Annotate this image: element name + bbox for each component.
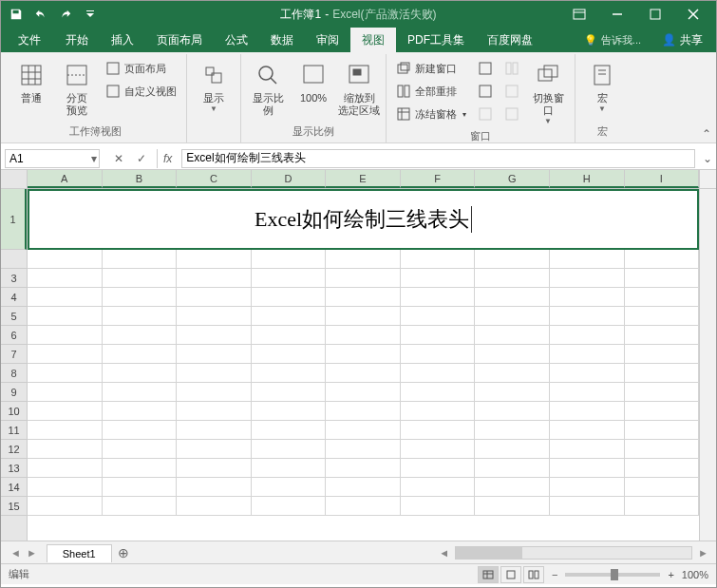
cell[interactable] xyxy=(103,421,178,440)
cell[interactable] xyxy=(326,250,401,269)
cell[interactable] xyxy=(28,364,103,383)
insert-function-button[interactable]: fx xyxy=(158,152,178,165)
undo-button[interactable] xyxy=(29,4,52,25)
cell[interactable] xyxy=(252,326,327,345)
split-button[interactable] xyxy=(474,58,497,79)
page-break-preview-button[interactable]: 分页 预览 xyxy=(56,58,98,119)
tab-page-layout[interactable]: 页面布局 xyxy=(145,28,214,52)
ribbon-display-options[interactable] xyxy=(560,1,598,28)
cell[interactable] xyxy=(401,269,476,288)
cell[interactable] xyxy=(401,307,476,326)
cell[interactable] xyxy=(401,345,476,364)
cell[interactable] xyxy=(625,345,700,364)
column-header-b[interactable]: B xyxy=(103,170,178,188)
normal-view-button[interactable]: 普通 xyxy=(10,58,52,106)
normal-view-status-button[interactable] xyxy=(478,566,499,583)
column-header-c[interactable]: C xyxy=(177,170,252,188)
cell[interactable] xyxy=(550,402,625,421)
cell[interactable] xyxy=(475,459,550,478)
page-layout-status-button[interactable] xyxy=(500,566,521,583)
cell[interactable] xyxy=(401,421,476,440)
cell[interactable] xyxy=(252,497,327,516)
cell[interactable] xyxy=(401,459,476,478)
cell[interactable] xyxy=(326,326,401,345)
cell[interactable] xyxy=(401,383,476,402)
cell[interactable] xyxy=(252,383,327,402)
cell[interactable] xyxy=(28,288,103,307)
cell[interactable] xyxy=(401,478,476,497)
confirm-edit-button[interactable]: ✓ xyxy=(134,152,149,165)
cell[interactable] xyxy=(475,307,550,326)
qat-customize-dropdown[interactable] xyxy=(79,4,102,25)
row-header-6[interactable]: 6 xyxy=(1,326,27,345)
cell[interactable] xyxy=(625,288,700,307)
cell[interactable] xyxy=(326,402,401,421)
row-header-blank[interactable] xyxy=(1,250,27,269)
row-header-5[interactable]: 5 xyxy=(1,307,27,326)
cell[interactable] xyxy=(475,383,550,402)
cancel-edit-button[interactable]: ✕ xyxy=(111,152,126,165)
zoom-out-button[interactable]: − xyxy=(552,569,557,580)
cell[interactable] xyxy=(550,497,625,516)
row-header-12[interactable]: 12 xyxy=(1,440,27,459)
formula-input[interactable]: Excel如何绘制三线表头 xyxy=(181,149,695,168)
cell[interactable] xyxy=(326,364,401,383)
cell[interactable] xyxy=(625,402,700,421)
switch-windows-button[interactable]: 切换窗口 ▼ xyxy=(527,58,569,127)
cell[interactable] xyxy=(401,250,476,269)
cell[interactable] xyxy=(103,478,178,497)
cell[interactable] xyxy=(28,326,103,345)
sync-scroll-button[interactable] xyxy=(500,81,523,102)
cell[interactable] xyxy=(103,269,178,288)
cell[interactable] xyxy=(326,440,401,459)
cell[interactable] xyxy=(326,383,401,402)
cell[interactable] xyxy=(550,250,625,269)
view-side-by-side-button[interactable] xyxy=(500,58,523,79)
column-header-e[interactable]: E xyxy=(326,170,401,188)
cell[interactable] xyxy=(28,345,103,364)
cell[interactable] xyxy=(28,478,103,497)
vertical-scrollbar[interactable] xyxy=(699,189,716,541)
cell[interactable] xyxy=(625,269,700,288)
cell[interactable] xyxy=(177,478,252,497)
cell[interactable] xyxy=(326,459,401,478)
cell[interactable] xyxy=(475,269,550,288)
cell[interactable] xyxy=(401,497,476,516)
row-header-9[interactable]: 9 xyxy=(1,383,27,402)
cell[interactable] xyxy=(475,288,550,307)
cell[interactable] xyxy=(28,307,103,326)
cell[interactable] xyxy=(625,364,700,383)
redo-button[interactable] xyxy=(54,4,77,25)
tab-data[interactable]: 数据 xyxy=(259,28,305,52)
column-header-a[interactable]: A xyxy=(28,170,103,188)
row-header-11[interactable]: 11 xyxy=(1,421,27,440)
cell[interactable] xyxy=(475,345,550,364)
dropdown-arrow-icon[interactable]: ▾ xyxy=(91,152,97,165)
tab-review[interactable]: 审阅 xyxy=(305,28,350,52)
cell[interactable] xyxy=(103,288,178,307)
cell[interactable] xyxy=(625,326,700,345)
tab-pdf-tools[interactable]: PDF工具集 xyxy=(396,28,476,52)
row-header-15[interactable]: 15 xyxy=(1,497,27,516)
cell[interactable] xyxy=(625,421,700,440)
cell[interactable] xyxy=(625,497,700,516)
cell[interactable] xyxy=(177,459,252,478)
row-header-10[interactable]: 10 xyxy=(1,402,27,421)
cell[interactable] xyxy=(625,478,700,497)
maximize-button[interactable] xyxy=(636,1,674,28)
tell-me-search[interactable]: 💡 告诉我... xyxy=(576,33,649,47)
cell[interactable] xyxy=(252,288,327,307)
cell[interactable] xyxy=(550,345,625,364)
zoom-to-selection-button[interactable]: 缩放到 选定区域 xyxy=(338,58,380,119)
unhide-button[interactable] xyxy=(474,104,497,124)
share-button[interactable]: 👤 共享 xyxy=(652,29,712,50)
zoom-slider[interactable] xyxy=(565,573,660,577)
cell[interactable] xyxy=(326,288,401,307)
cell[interactable] xyxy=(401,326,476,345)
cell[interactable] xyxy=(177,440,252,459)
cell[interactable] xyxy=(252,402,327,421)
cell[interactable] xyxy=(401,364,476,383)
row-header-14[interactable]: 14 xyxy=(1,478,27,497)
cell[interactable] xyxy=(550,288,625,307)
column-header-h[interactable]: H xyxy=(550,170,625,188)
